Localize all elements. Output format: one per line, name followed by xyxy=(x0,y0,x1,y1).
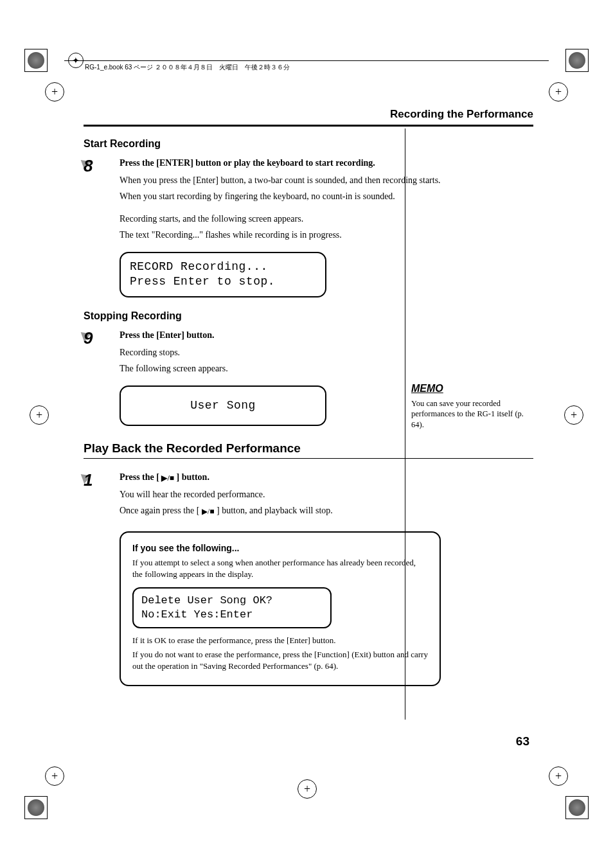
lcd-line: No:Exit Yes:Enter xyxy=(141,608,323,622)
registration-mark-icon xyxy=(565,796,589,819)
page-section-title: Recording the Performance xyxy=(84,108,533,121)
crop-mark-icon xyxy=(549,766,568,786)
warning-box-text: If it is OK to erase the performance, pr… xyxy=(132,635,428,646)
registration-mark-icon xyxy=(24,796,48,819)
warning-box-text: If you attempt to select a song when ano… xyxy=(132,557,428,580)
column-divider xyxy=(405,128,405,720)
crop-mark-icon xyxy=(298,779,317,799)
step-number: 9 xyxy=(84,328,109,378)
step8-lead: Press the [ENTER] button or play the key… xyxy=(120,156,533,170)
step9-lead: Press the [Enter] button. xyxy=(120,328,533,342)
registration-mark-icon xyxy=(565,49,589,72)
heading-rule xyxy=(84,458,533,459)
step-number-text: 8 xyxy=(84,156,93,175)
lcd-line: Delete User Song OK? xyxy=(141,594,323,608)
warning-box-text: If you do not want to erase the performa… xyxy=(132,649,428,672)
header-rule xyxy=(64,60,549,61)
section-rule xyxy=(84,125,533,127)
step1-text: You will hear the recorded performance. xyxy=(120,488,533,501)
warning-box: If you see the following... If you attem… xyxy=(120,531,441,686)
step-number-text: 1 xyxy=(84,470,93,490)
step-number: 8 xyxy=(84,156,109,244)
step8-text: When you start recording by fingering th… xyxy=(120,190,533,203)
crop-mark-icon xyxy=(549,82,568,102)
lcd-line: Press Enter to stop. xyxy=(130,274,316,289)
step-number-text: 9 xyxy=(84,328,93,348)
lcd-display: Delete User Song OK? No:Exit Yes:Enter xyxy=(132,587,332,628)
crop-mark-icon xyxy=(30,405,49,425)
playback-heading: Play Back the Recorded Performance xyxy=(84,441,533,456)
step9-text: The following screen appears. xyxy=(120,362,533,375)
lcd-line: User Song xyxy=(130,393,316,418)
step8-text: When you press the [Enter] button, a two… xyxy=(120,173,533,187)
crop-mark-icon xyxy=(45,766,64,786)
stopping-recording-heading: Stopping Recording xyxy=(84,310,533,322)
step1-lead: Press the [ ▶/■ ] button. xyxy=(120,470,533,484)
step1-text: Once again press the [ ▶/■ ] button, and… xyxy=(120,504,533,517)
step9-text: Recording stops. xyxy=(120,346,533,359)
step8-text: The text "Recording..." flashes while re… xyxy=(120,228,533,242)
header-file-info: RG-1_e.book 63 ページ ２００８年４月８日 火曜日 午後２時３６分 xyxy=(85,63,290,72)
play-stop-icon: ▶/■ xyxy=(161,472,174,484)
start-recording-heading: Start Recording xyxy=(84,138,533,150)
lcd-line: RECORD Recording... xyxy=(130,260,316,274)
lcd-display: User Song xyxy=(120,385,326,426)
registration-mark-icon xyxy=(24,49,48,72)
lcd-display: RECORD Recording... Press Enter to stop. xyxy=(120,252,326,297)
crop-mark-icon xyxy=(45,82,64,102)
play-stop-icon: ▶/■ xyxy=(202,506,215,517)
memo-label: MEMO xyxy=(411,382,443,396)
page-number: 63 xyxy=(516,734,529,748)
crop-mark-icon xyxy=(564,405,583,425)
header-mark-icon: ✦ xyxy=(68,53,84,68)
memo-sidebar: MEMO You can save your recorded performa… xyxy=(411,382,524,430)
step8-text: Recording starts, and the following scre… xyxy=(120,212,533,226)
memo-text: You can save your recorded performances … xyxy=(411,398,524,431)
step-number: 1 xyxy=(84,470,109,520)
warning-box-title: If you see the following... xyxy=(132,543,428,553)
